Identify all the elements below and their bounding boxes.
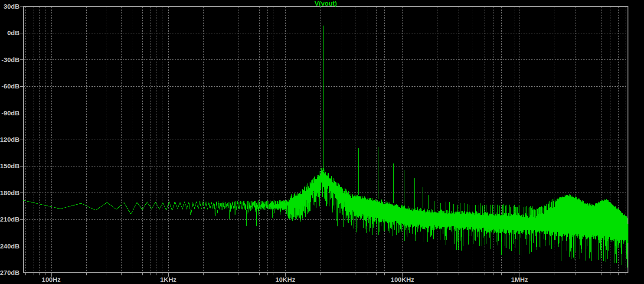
waveform-plot: 30dB0dB-30dB-60dB-90dB-120dB-150dB-180dB… xyxy=(0,0,644,284)
x-axis-label: 10KHz xyxy=(275,276,295,283)
trace-title[interactable]: V(vout) xyxy=(23,0,628,7)
spectrum-window: 30dB0dB-30dB-60dB-90dB-120dB-150dB-180dB… xyxy=(0,0,644,284)
x-axis-label: 1KHz xyxy=(160,276,177,283)
x-axis-label: 100Hz xyxy=(42,276,60,283)
plot-background xyxy=(0,0,644,284)
y-axis-label: -60dB xyxy=(1,82,20,90)
x-axis-label: 100KHz xyxy=(391,276,414,283)
y-axis-label: -120dB xyxy=(0,136,20,143)
x-axis-label: 1MHz xyxy=(511,276,528,283)
y-axis-label: -90dB xyxy=(1,109,20,117)
y-axis-label: -270dB xyxy=(0,269,20,276)
y-axis-label: 30dB xyxy=(3,3,20,10)
y-axis-label: -180dB xyxy=(0,189,20,196)
y-axis-label: -30dB xyxy=(1,56,20,63)
y-axis-label: -210dB xyxy=(0,215,20,223)
waveform-pane[interactable]: 30dB0dB-30dB-60dB-90dB-120dB-150dB-180dB… xyxy=(0,0,644,284)
y-axis-label: -150dB xyxy=(0,162,20,170)
y-axis-label: 0dB xyxy=(7,29,20,36)
y-axis-label: -240dB xyxy=(0,242,20,250)
